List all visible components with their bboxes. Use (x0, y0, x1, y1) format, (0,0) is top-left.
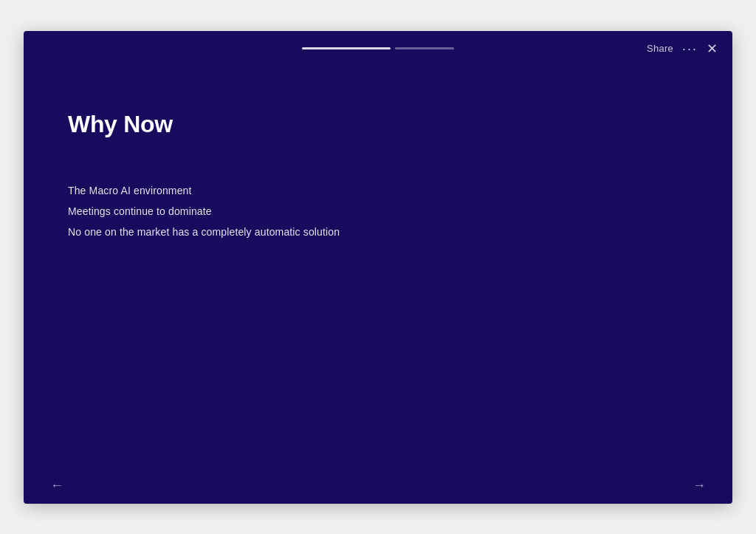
share-button[interactable]: Share (647, 43, 673, 54)
slide-content: Why Now The Macro AI environment Meeting… (24, 66, 732, 468)
slide-title: Why Now (68, 111, 688, 138)
prev-button[interactable]: ← (44, 475, 69, 496)
bottom-nav: ← → (24, 468, 732, 504)
bullet-item-2: Meetings continue to dominate (68, 203, 688, 219)
bullet-item-1: The Macro AI environment (68, 182, 688, 199)
progress-segment-empty (395, 47, 454, 49)
progress-bar (302, 47, 454, 49)
bullet-list: The Macro AI environment Meetings contin… (68, 182, 688, 241)
close-button[interactable]: ✕ (707, 41, 718, 57)
progress-segment-filled (302, 47, 391, 49)
more-options-button[interactable]: ··· (682, 42, 698, 55)
next-button[interactable]: → (687, 475, 712, 496)
bullet-item-3: No one on the market has a completely au… (68, 224, 688, 240)
top-bar: Share ··· ✕ (24, 31, 732, 66)
presentation-window: Share ··· ✕ Why Now The Macro AI environ… (24, 31, 732, 504)
top-bar-right: Share ··· ✕ (647, 41, 718, 57)
